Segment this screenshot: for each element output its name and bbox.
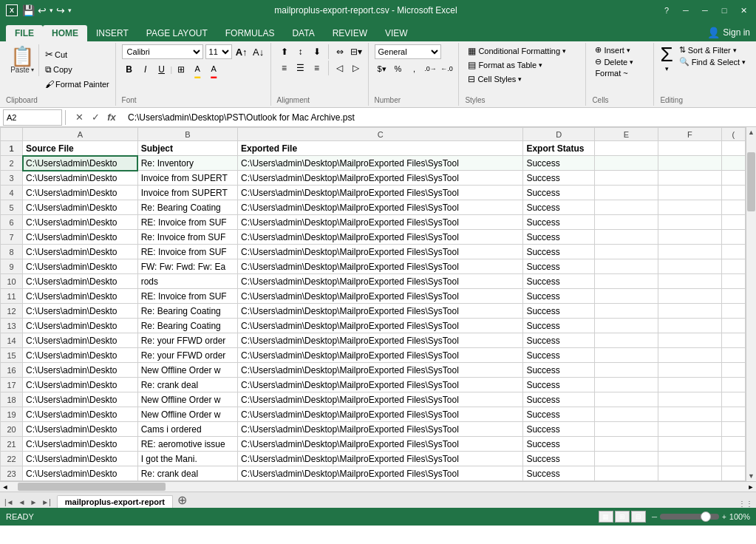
cell-a7[interactable]: C:\Users\admin\Deskto (23, 230, 138, 245)
cell-extra15[interactable] (721, 348, 745, 363)
cell-b22[interactable]: I got the Mani. (137, 452, 237, 466)
cell-e15[interactable] (595, 348, 658, 363)
save-button[interactable]: 💾 (22, 4, 35, 16)
cell-a9[interactable]: C:\Users\admin\Deskto (23, 259, 138, 274)
cell-extra7[interactable] (721, 230, 745, 245)
cell-extra19[interactable] (721, 407, 745, 422)
cell-c17[interactable]: C:\Users\admin\Desktop\MailproExported F… (238, 378, 523, 392)
cell-a19[interactable]: C:\Users\admin\Deskto (23, 407, 138, 422)
cell-f3[interactable] (658, 171, 721, 186)
cell-f18[interactable] (658, 392, 721, 407)
cell-d17[interactable]: Success (523, 378, 595, 392)
cell-extra1[interactable] (721, 141, 745, 156)
cell-e19[interactable] (595, 407, 658, 422)
cell-b6[interactable]: RE: Invoice from SUF (137, 215, 237, 230)
cell-extra8[interactable] (721, 245, 745, 259)
add-sheet-button[interactable]: ⊕ (174, 493, 190, 508)
col-header-b[interactable]: B (137, 128, 237, 141)
font-size-select[interactable]: 11 (205, 44, 232, 59)
cell-c11[interactable]: C:\Users\admin\Desktop\MailproExported F… (238, 289, 523, 304)
zoom-in-button[interactable]: + (722, 513, 726, 521)
cell-e17[interactable] (595, 378, 658, 392)
italic-button[interactable]: I (138, 62, 153, 77)
cell-c9[interactable]: C:\Users\admin\Desktop\MailproExported F… (238, 259, 523, 274)
scroll-down-button[interactable]: ▼ (746, 471, 757, 481)
tab-data[interactable]: DATA (283, 25, 323, 41)
cell-d7[interactable]: Success (523, 230, 595, 245)
cell-c16[interactable]: C:\Users\admin\Desktop\MailproExported F… (238, 363, 523, 378)
cell-extra2[interactable] (721, 156, 745, 171)
scroll-right-button[interactable]: ► (746, 482, 756, 492)
merge-center-button[interactable]: ⊟▾ (349, 44, 364, 59)
cell-d20[interactable]: Success (523, 422, 595, 437)
cell-d16[interactable]: Success (523, 363, 595, 378)
col-header-f[interactable]: F (658, 128, 721, 141)
cell-a10[interactable]: C:\Users\admin\Deskto (23, 274, 138, 289)
cell-c14[interactable]: C:\Users\admin\Desktop\MailproExported F… (238, 333, 523, 348)
ribbon-collapse-button[interactable]: ─ (679, 4, 692, 17)
cell-a23[interactable]: C:\Users\admin\Deskto (23, 466, 138, 481)
align-right-button[interactable]: ≡ (310, 61, 324, 75)
cell-d2[interactable]: Success (523, 156, 595, 171)
cell-b12[interactable]: Re: Bearing Coating (137, 304, 237, 319)
scroll-track[interactable] (746, 137, 756, 471)
zoom-slider[interactable] (660, 514, 719, 520)
cell-e22[interactable] (595, 452, 658, 466)
cell-e10[interactable] (595, 274, 658, 289)
cell-f4[interactable] (658, 186, 721, 200)
cell-d19[interactable]: Success (523, 407, 595, 422)
cell-extra12[interactable] (721, 304, 745, 319)
borders-button[interactable]: ⊞ (174, 62, 188, 77)
cell-extra22[interactable] (721, 452, 745, 466)
last-sheet-button[interactable]: ►| (40, 497, 52, 508)
cell-c10[interactable]: C:\Users\admin\Desktop\MailproExported F… (238, 274, 523, 289)
cell-f8[interactable] (658, 245, 721, 259)
cell-e1[interactable] (595, 141, 658, 156)
copy-button[interactable]: ⧉ Copy (42, 63, 112, 76)
cell-a1[interactable]: Source File (23, 141, 138, 156)
cell-c20[interactable]: C:\Users\admin\Desktop\MailproExported F… (238, 422, 523, 437)
cell-f19[interactable] (658, 407, 721, 422)
comma-button[interactable]: , (406, 61, 421, 76)
spreadsheet-scroll[interactable]: A B C D E F ( 1 Source File Subject (0, 127, 746, 481)
cell-extra17[interactable] (721, 378, 745, 392)
cell-f22[interactable] (658, 452, 721, 466)
cell-b8[interactable]: RE: Invoice from SUF (137, 245, 237, 259)
cell-b14[interactable]: Re: your FFWD order (137, 333, 237, 348)
cell-b17[interactable]: Re: crank deal (137, 378, 237, 392)
hscroll-track[interactable] (10, 482, 746, 492)
cell-e21[interactable] (595, 437, 658, 452)
cell-a16[interactable]: C:\Users\admin\Deskto (23, 363, 138, 378)
cell-b9[interactable]: FW: Fw: Fwd: Fw: Ea (137, 259, 237, 274)
tab-home[interactable]: HOME (43, 25, 87, 41)
cell-d18[interactable]: Success (523, 392, 595, 407)
cell-extra16[interactable] (721, 363, 745, 378)
cell-a12[interactable]: C:\Users\admin\Deskto (23, 304, 138, 319)
cell-e7[interactable] (595, 230, 658, 245)
cell-d5[interactable]: Success (523, 200, 595, 215)
bold-button[interactable]: B (122, 62, 137, 77)
hscroll-thumb[interactable] (18, 483, 166, 491)
tab-insert[interactable]: INSERT (87, 25, 137, 41)
increase-decimal-button[interactable]: .0→ (423, 61, 437, 76)
tab-review[interactable]: REVIEW (324, 25, 376, 41)
cell-b13[interactable]: Re: Bearing Coating (137, 319, 237, 333)
cell-c4[interactable]: C:\Users\admin\Desktop\MailproExported F… (238, 186, 523, 200)
cell-f13[interactable] (658, 319, 721, 333)
cell-c18[interactable]: C:\Users\admin\Desktop\MailproExported F… (238, 392, 523, 407)
align-top-button[interactable]: ⬆ (277, 44, 292, 59)
cell-a6[interactable]: C:\Users\admin\Deskto (23, 215, 138, 230)
cell-a17[interactable]: C:\Users\admin\Deskto (23, 378, 138, 392)
cell-d1[interactable]: Export Status (523, 141, 595, 156)
cell-f23[interactable] (658, 466, 721, 481)
cancel-icon[interactable]: ✕ (72, 112, 86, 123)
fill-color-button[interactable]: A▬ (190, 62, 205, 77)
sum-button[interactable]: Σ ▾ (660, 44, 672, 95)
cell-a18[interactable]: C:\Users\admin\Deskto (23, 392, 138, 407)
col-header-d[interactable]: D (523, 128, 595, 141)
cell-f7[interactable] (658, 230, 721, 245)
cell-extra23[interactable] (721, 466, 745, 481)
cell-f9[interactable] (658, 259, 721, 274)
col-header-c[interactable]: C (238, 128, 523, 141)
cell-c7[interactable]: C:\Users\admin\Desktop\MailproExported F… (238, 230, 523, 245)
